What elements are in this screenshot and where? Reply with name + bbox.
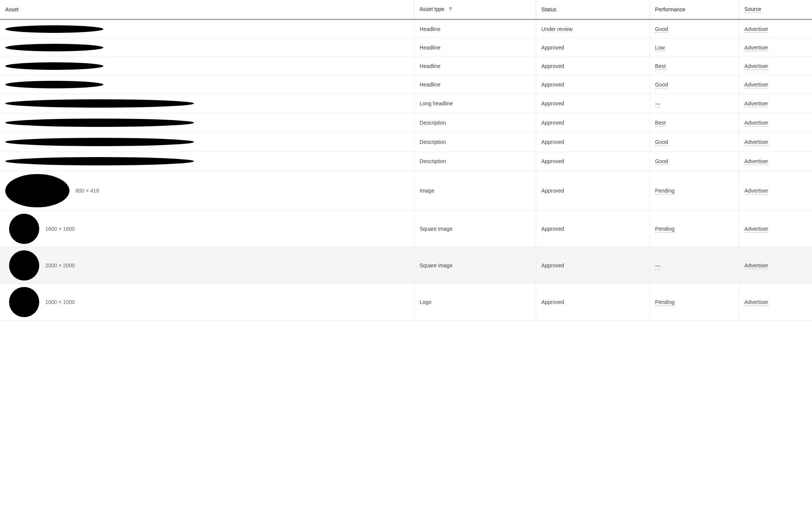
asset-type-cell: Headline xyxy=(414,76,536,94)
performance-cell: Low xyxy=(650,39,739,57)
asset-type-cell: Image xyxy=(414,171,536,211)
asset-content xyxy=(5,81,409,88)
sort-ascending-icon xyxy=(448,6,453,13)
source-cell: Advertiser xyxy=(739,57,812,76)
asset-type-cell: Description xyxy=(414,113,536,133)
redacted-text-icon xyxy=(5,157,194,165)
performance-cell: Best xyxy=(650,57,739,76)
asset-cell xyxy=(0,20,414,39)
column-header-performance[interactable]: Performance xyxy=(650,0,739,20)
asset-cell: 800 × 418 xyxy=(0,171,414,211)
redacted-image-icon xyxy=(9,250,39,281)
table-row[interactable]: DescriptionApprovedBestAdvertiser xyxy=(0,113,812,133)
status-cell: Approved xyxy=(536,39,649,57)
status-cell: Approved xyxy=(536,152,649,171)
performance-cell: Good xyxy=(650,133,739,152)
redacted-image-icon xyxy=(5,174,69,207)
asset-content xyxy=(5,119,409,127)
redacted-text-icon xyxy=(5,44,103,51)
asset-type-cell: Headline xyxy=(414,20,536,39)
table-row[interactable]: 800 × 418ImageApprovedPendingAdvertiser xyxy=(0,171,812,211)
asset-cell xyxy=(0,39,414,57)
asset-type-cell: Square image xyxy=(414,211,536,247)
asset-cell: 2000 × 2000 xyxy=(0,247,414,284)
status-cell: Approved xyxy=(536,57,649,76)
redacted-text-icon xyxy=(5,81,103,88)
table-row[interactable]: 1600 × 1600Square imageApprovedPendingAd… xyxy=(0,211,812,247)
asset-content xyxy=(5,138,409,146)
status-cell: Under review xyxy=(536,20,649,39)
source-cell: Advertiser xyxy=(739,76,812,94)
asset-content: 2000 × 2000 xyxy=(5,250,409,281)
table-row[interactable]: DescriptionApprovedGoodAdvertiser xyxy=(0,152,812,171)
asset-content: 800 × 418 xyxy=(5,174,409,207)
asset-cell xyxy=(0,94,414,113)
asset-cell xyxy=(0,76,414,94)
asset-content xyxy=(5,99,409,108)
column-header-label: Asset type xyxy=(420,6,444,12)
column-header-label: Source xyxy=(744,6,761,13)
asset-cell xyxy=(0,133,414,152)
source-cell: Advertiser xyxy=(739,247,812,284)
status-cell: Approved xyxy=(536,247,649,284)
table-row[interactable]: HeadlineUnder reviewGoodAdvertiser xyxy=(0,20,812,39)
asset-content xyxy=(5,62,409,70)
performance-value: — xyxy=(655,100,660,107)
redacted-text-icon xyxy=(5,119,194,127)
source-value: Advertiser xyxy=(744,188,768,194)
source-cell: Advertiser xyxy=(739,113,812,133)
source-cell: Advertiser xyxy=(739,20,812,39)
table-row[interactable]: HeadlineApprovedBestAdvertiser xyxy=(0,57,812,76)
status-cell: Approved xyxy=(536,133,649,152)
status-cell: Approved xyxy=(536,113,649,133)
source-value: Advertiser xyxy=(744,26,768,33)
table-row[interactable]: HeadlineApprovedLowAdvertiser xyxy=(0,39,812,57)
asset-cell xyxy=(0,152,414,171)
source-value: Advertiser xyxy=(744,226,768,233)
performance-value: Low xyxy=(655,45,665,51)
table-row[interactable]: HeadlineApprovedGoodAdvertiser xyxy=(0,76,812,94)
table-row[interactable]: Long headlineApproved—Advertiser xyxy=(0,94,812,113)
column-header-status[interactable]: Status xyxy=(536,0,649,20)
table-row[interactable]: 1000 × 1000LogoApprovedPendingAdvertiser xyxy=(0,284,812,321)
status-cell: Approved xyxy=(536,284,649,321)
redacted-image-icon xyxy=(9,214,39,244)
source-value: Advertiser xyxy=(744,45,768,51)
performance-value: Pending xyxy=(655,188,674,194)
source-value: Advertiser xyxy=(744,120,768,126)
asset-cell xyxy=(0,57,414,76)
asset-type-cell: Description xyxy=(414,152,536,171)
table-row[interactable]: DescriptionApprovedGoodAdvertiser xyxy=(0,133,812,152)
source-value: Advertiser xyxy=(744,63,768,70)
status-cell: Approved xyxy=(536,171,649,211)
performance-cell: — xyxy=(650,94,739,113)
table-row[interactable]: 2000 × 2000Square imageApproved—Advertis… xyxy=(0,247,812,284)
asset-content: 1000 × 1000 xyxy=(5,287,409,317)
performance-cell: Best xyxy=(650,113,739,133)
performance-value: Best xyxy=(655,63,666,70)
performance-value: — xyxy=(655,262,660,269)
asset-type-cell: Headline xyxy=(414,39,536,57)
table-body: HeadlineUnder reviewGoodAdvertiserHeadli… xyxy=(0,20,812,321)
source-cell: Advertiser xyxy=(739,94,812,113)
performance-value: Pending xyxy=(655,226,674,233)
redacted-image-icon xyxy=(9,287,39,317)
status-cell: Approved xyxy=(536,76,649,94)
source-cell: Advertiser xyxy=(739,39,812,57)
asset-cell: 1600 × 1600 xyxy=(0,211,414,247)
image-dimensions: 2000 × 2000 xyxy=(45,262,75,268)
redacted-text-icon xyxy=(5,138,194,146)
performance-value: Best xyxy=(655,120,666,126)
column-header-label: Performance xyxy=(655,6,685,12)
source-value: Advertiser xyxy=(744,139,768,146)
performance-cell: Pending xyxy=(650,284,739,321)
performance-cell: Pending xyxy=(650,171,739,211)
asset-cell: 1000 × 1000 xyxy=(0,284,414,321)
column-header-source[interactable]: Source xyxy=(739,0,812,20)
column-header-asset[interactable]: Asset xyxy=(0,0,414,20)
performance-cell: Good xyxy=(650,76,739,94)
assets-table: Asset Asset type Status Performance Sour… xyxy=(0,0,812,321)
performance-cell: — xyxy=(650,247,739,284)
column-header-asset-type[interactable]: Asset type xyxy=(414,0,536,20)
column-header-label: Asset xyxy=(5,6,18,12)
